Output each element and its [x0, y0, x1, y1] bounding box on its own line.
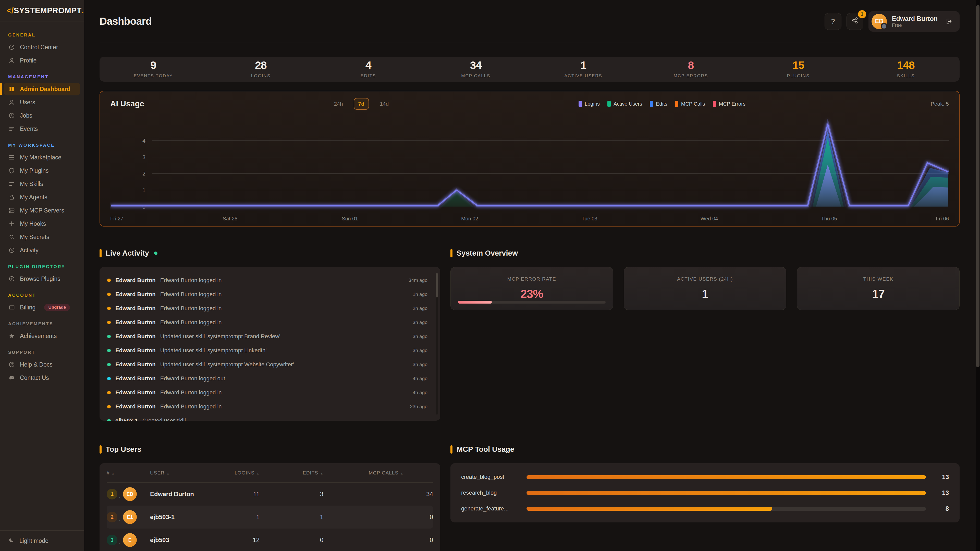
sidebar-item-control-center[interactable]: Control Center	[4, 41, 80, 54]
page-header: Dashboard ? 1 EB Edward Burton Free	[100, 0, 959, 43]
sidebar-section-label-management: MANAGEMENT	[8, 75, 76, 79]
stat-value: 8	[688, 60, 694, 71]
activity-actor: Edward Burton	[115, 319, 156, 326]
sidebar-item-label: Billing	[20, 304, 35, 311]
sidebar-item-my-agents[interactable]: My Agents	[4, 191, 80, 203]
sidebar-item-label: My Agents	[20, 194, 47, 201]
legend-item-active-users[interactable]: Active Users	[608, 101, 642, 107]
sidebar-item-admin-dashboard[interactable]: Admin Dashboard	[4, 83, 80, 95]
column-logins[interactable]: LOGINS	[208, 470, 259, 476]
tool-value: 13	[932, 473, 949, 481]
user-row-edward-burton[interactable]: 1EBEdward Burton11334	[107, 483, 433, 506]
column-mcp-calls[interactable]: MCP CALLS	[323, 470, 433, 476]
column-rank[interactable]: #	[107, 470, 123, 476]
tool-bar-create-blog-post: create_blog_post13	[461, 473, 949, 481]
mcp-calls-value: 0	[323, 513, 433, 521]
page-scrollbar[interactable]	[976, 0, 980, 551]
mcp-tool-usage-title-text: MCP Tool Usage	[457, 445, 514, 454]
card-label: MCP ERROR RATE	[508, 276, 556, 282]
usage-chart-svg: 01234	[110, 118, 949, 213]
sidebar-item-browse-plugins[interactable]: Browse Plugins	[4, 272, 80, 285]
sidebar-item-profile[interactable]: Profile	[4, 54, 80, 67]
tool-label: research_blog	[461, 489, 520, 496]
share-button[interactable]: 1	[846, 13, 863, 30]
activity-dot	[107, 349, 111, 352]
activity-action: Created user skill	[142, 417, 186, 421]
legend-item-mcp-calls[interactable]: MCP Calls	[675, 101, 705, 107]
svg-text:4: 4	[142, 138, 145, 144]
range-button-24h[interactable]: 24h	[329, 98, 348, 110]
legend-item-mcp-errors[interactable]: MCP Errors	[713, 101, 746, 107]
sidebar-item-label: Browse Plugins	[20, 275, 60, 283]
activity-action: Updated user skill 'systemprompt Brand R…	[160, 333, 280, 340]
legend-item-logins[interactable]: Logins	[579, 101, 600, 107]
user-name: ejb503-1	[146, 513, 208, 521]
tool-label: generate_feature...	[461, 505, 520, 512]
sidebar-item-label: Contact Us	[20, 375, 49, 381]
time-range-group: 24h7d14d	[329, 98, 393, 110]
logout-icon[interactable]	[945, 17, 953, 25]
column-edits[interactable]: EDITS	[259, 470, 323, 476]
help-button[interactable]: ?	[824, 13, 842, 30]
activity-time: 2h ago	[413, 306, 437, 311]
activity-scrollbar[interactable]	[436, 273, 438, 414]
sidebar-item-contact-us[interactable]: Contact Us	[4, 372, 80, 384]
tool-label: create_blog_post	[461, 474, 520, 480]
sidebar-item-events[interactable]: Events	[4, 122, 80, 135]
user-row-ejb503[interactable]: 3Eejb5031200	[107, 529, 433, 551]
avatar: E	[123, 533, 137, 547]
server-icon	[8, 207, 15, 214]
stat-label: MCP CALLS	[461, 73, 490, 79]
sidebar-item-my-skills[interactable]: My Skills	[4, 178, 80, 190]
range-button-14d[interactable]: 14d	[375, 98, 393, 110]
stat-value: 9	[150, 60, 156, 71]
chart-header: AI Usage 24h7d14d LoginsActive UsersEdit…	[110, 98, 949, 110]
sidebar-item-my-mcp-servers[interactable]: My MCP Servers	[4, 204, 80, 217]
sidebar-item-my-plugins[interactable]: My Plugins	[4, 164, 80, 177]
page-title: Dashboard	[100, 16, 151, 27]
svg-text:1: 1	[142, 187, 145, 193]
top-users-table: #USERLOGINSEDITSMCP CALLS 1EBEdward Burt…	[100, 463, 440, 551]
activity-scroll-thumb[interactable]	[436, 273, 438, 297]
brand-logo[interactable]: </SYSTEMPROMPT.io	[0, 0, 84, 21]
upgrade-badge[interactable]: Upgrade	[44, 304, 70, 311]
user-name: ejb503	[146, 537, 208, 544]
sidebar-item-label: My MCP Servers	[20, 207, 64, 214]
top-users-title: Top Users	[100, 445, 440, 454]
x-tick-fri-27: Fri 27	[110, 216, 123, 222]
sidebar-item-my-secrets[interactable]: My Secrets	[4, 230, 80, 243]
sidebar-item-my-marketplace[interactable]: My Marketplace	[4, 151, 80, 164]
sidebar-item-label: My Hooks	[20, 221, 46, 227]
activity-dot	[107, 292, 111, 296]
range-button-7d[interactable]: 7d	[354, 98, 369, 110]
bottom-row: Top Users #USERLOGINSEDITSMCP CALLS 1EBE…	[100, 445, 959, 551]
sidebar-item-label: Jobs	[20, 112, 32, 119]
sidebar-item-activity[interactable]: Activity	[4, 244, 80, 257]
sidebar-item-help-docs[interactable]: Help & Docs	[4, 358, 80, 371]
sidebar-item-achievements[interactable]: Achievements	[4, 330, 80, 342]
user-row-ejb503-1[interactable]: 2E1ejb503-1110	[107, 506, 433, 529]
activity-time: 23h ago	[410, 404, 437, 410]
activity-dot	[107, 391, 111, 394]
legend-swatch	[713, 101, 716, 107]
clock-icon	[8, 112, 15, 119]
page-scroll-thumb[interactable]	[976, 5, 980, 367]
discord-icon	[8, 374, 15, 381]
sidebar-item-users[interactable]: Users	[4, 96, 80, 109]
sidebar-item-my-hooks[interactable]: My Hooks	[4, 218, 80, 230]
light-mode-toggle[interactable]: Light mode	[0, 530, 84, 551]
activity-time: 4h ago	[413, 376, 437, 381]
sidebar-section-label-achievements: ACHIEVEMENTS	[8, 321, 76, 327]
sidebar-item-billing[interactable]: BillingUpgrade	[4, 301, 80, 314]
legend-label: MCP Errors	[719, 101, 746, 107]
sidebar-item-label: My Secrets	[20, 233, 49, 241]
sidebar-section-label-my-workspace: MY WORKSPACE	[8, 143, 76, 148]
activity-action: Updated user skill 'systemprompt LinkedI…	[160, 347, 267, 354]
sidebar-item-jobs[interactable]: Jobs	[4, 109, 80, 122]
chart-legend: LoginsActive UsersEditsMCP CallsMCP Erro…	[579, 101, 746, 107]
legend-item-edits[interactable]: Edits	[650, 101, 667, 107]
user-menu[interactable]: EB Edward Burton Free	[869, 11, 959, 32]
system-overview-title: System Overview	[450, 249, 959, 257]
column-user[interactable]: USER	[146, 470, 208, 476]
top-users-section: Top Users #USERLOGINSEDITSMCP CALLS 1EBE…	[100, 445, 440, 551]
